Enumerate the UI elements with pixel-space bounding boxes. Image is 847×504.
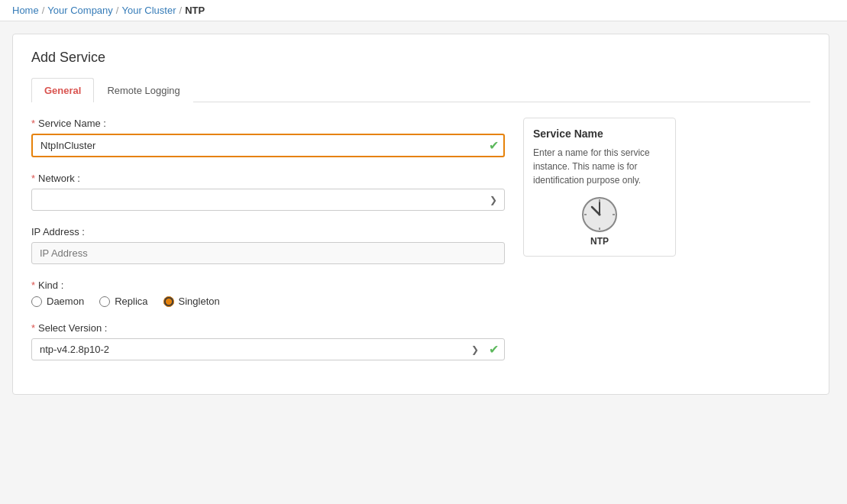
kind-option-daemon[interactable]: Daemon xyxy=(31,296,84,307)
breadcrumb-current: NTP xyxy=(185,5,205,16)
form-section: *Service Name : ✔ *Network : xyxy=(31,118,505,376)
required-star-service-name: * xyxy=(31,118,35,129)
kind-singleton-label: Singleton xyxy=(179,296,220,307)
kind-group: *Kind : Daemon Replica Sin xyxy=(31,279,505,307)
kind-radio-singleton[interactable] xyxy=(163,296,174,307)
required-star-network: * xyxy=(31,173,35,184)
select-version-label: *Select Version : xyxy=(31,322,505,334)
kind-option-singleton[interactable]: Singleton xyxy=(163,296,220,307)
breadcrumb: Home / Your Company / Your Cluster / NTP xyxy=(0,0,847,21)
kind-replica-label: Replica xyxy=(115,296,147,307)
tab-remote-logging[interactable]: Remote Logging xyxy=(94,78,192,102)
kind-radio-group: Daemon Replica Singleton xyxy=(31,296,505,307)
add-service-card: Add Service General Remote Logging *Serv… xyxy=(12,34,829,395)
page-title: Add Service xyxy=(31,50,810,66)
tab-general[interactable]: General xyxy=(31,78,94,102)
version-select-wrapper: ntp-v4.2.8p10-2 ❯ ✔ xyxy=(31,338,505,360)
required-star-kind: * xyxy=(31,279,35,291)
info-card: Service Name Enter a name for this servi… xyxy=(523,118,676,257)
network-group: *Network : ❯ xyxy=(31,173,505,211)
tabs-container: General Remote Logging xyxy=(31,78,810,102)
version-select[interactable]: ntp-v4.2.8p10-2 xyxy=(31,338,505,360)
service-name-group: *Service Name : ✔ xyxy=(31,118,505,157)
service-name-label: *Service Name : xyxy=(31,118,505,129)
ip-address-group: IP Address : xyxy=(31,226,505,264)
network-select[interactable] xyxy=(31,189,505,211)
ntp-icon-container: NTP xyxy=(581,196,618,247)
required-star-version: * xyxy=(31,322,35,334)
breadcrumb-sep-3: / xyxy=(179,5,183,16)
select-version-group: *Select Version : ntp-v4.2.8p10-2 ❯ ✔ xyxy=(31,322,505,360)
kind-radio-daemon[interactable] xyxy=(31,296,42,307)
info-title: Service Name xyxy=(533,128,603,140)
ntp-clock-icon xyxy=(581,196,618,233)
breadcrumb-sep-1: / xyxy=(42,5,45,16)
breadcrumb-home[interactable]: Home xyxy=(12,5,39,16)
network-label: *Network : xyxy=(31,173,505,184)
info-panel: Service Name Enter a name for this servi… xyxy=(523,118,676,376)
ntp-service-label: NTP xyxy=(590,236,609,247)
breadcrumb-company[interactable]: Your Company xyxy=(47,5,113,16)
service-name-check-icon: ✔ xyxy=(489,138,499,153)
content-row: *Service Name : ✔ *Network : xyxy=(31,118,810,376)
kind-option-replica[interactable]: Replica xyxy=(99,296,147,307)
service-name-input[interactable] xyxy=(31,134,505,157)
breadcrumb-sep-2: / xyxy=(116,5,119,16)
ip-address-input[interactable] xyxy=(31,242,505,264)
service-name-input-wrapper: ✔ xyxy=(31,134,505,157)
main-content: Add Service General Remote Logging *Serv… xyxy=(0,21,847,407)
version-check-icon: ✔ xyxy=(489,342,499,357)
kind-label: *Kind : xyxy=(31,279,505,291)
kind-radio-replica[interactable] xyxy=(99,296,110,307)
network-select-wrapper: ❯ xyxy=(31,189,505,211)
kind-daemon-label: Daemon xyxy=(47,296,84,307)
ip-address-label: IP Address : xyxy=(31,226,505,237)
info-description: Enter a name for this service instance. … xyxy=(533,146,666,187)
breadcrumb-cluster[interactable]: Your Cluster xyxy=(121,5,176,16)
